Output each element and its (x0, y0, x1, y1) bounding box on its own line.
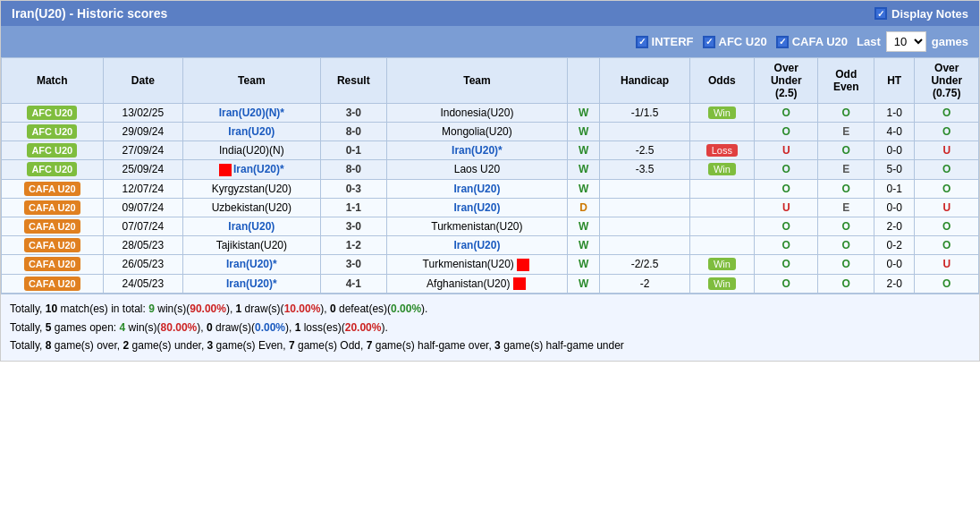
cell-ht: 2-0 (874, 274, 914, 294)
cell-team2: Turkmenistan(U20) (387, 217, 568, 235)
table-row: CAFA U20 26/05/23 Iran(U20)* 3-0 Turkmen… (2, 254, 979, 274)
cell-match-type: CAFA U20 (2, 217, 104, 235)
wdl-value: W (579, 183, 588, 195)
cell-overunder075: O (915, 274, 979, 294)
cell-wdl: W (567, 104, 599, 123)
cell-ht: 0-0 (874, 198, 914, 217)
cell-team2: Afghanistan(U20) (387, 274, 568, 294)
cell-result: 1-1 (320, 198, 386, 217)
cell-match-type: AFC U20 (2, 160, 104, 180)
cell-oddeven: O (818, 254, 874, 274)
interf-checkbox[interactable]: ✓ (636, 36, 648, 48)
cell-team1: Iran(U20)* (183, 274, 320, 294)
afc-checkbox[interactable]: ✓ (703, 36, 715, 48)
cell-odds: Win (689, 254, 754, 274)
cell-odds: Win (689, 274, 754, 294)
oddeven-value: O (842, 106, 850, 119)
cell-ht: 2-0 (874, 217, 914, 235)
cell-overunder: O (755, 274, 818, 294)
cell-overunder: O (755, 179, 818, 198)
table-row: AFC U20 13/02/25 Iran(U20)(N)* 3-0 Indon… (2, 104, 979, 123)
team1-name: India(U20)(N) (219, 144, 284, 157)
cell-oddeven: O (818, 217, 874, 235)
cell-match-type: AFC U20 (2, 104, 104, 123)
wdl-value: W (579, 258, 588, 270)
oddeven-value: O (842, 183, 850, 195)
table-row: CAFA U20 12/07/24 Kyrgyzstan(U20) 0-3 Ir… (2, 179, 979, 198)
overunder-value: O (782, 183, 790, 195)
wdl-value: W (579, 277, 588, 290)
team1-link[interactable]: Iran(U20)* (226, 258, 277, 270)
team2-link[interactable]: Iran(U20)* (452, 144, 503, 157)
cell-oddeven: O (818, 179, 874, 198)
cell-match-type: CAFA U20 (2, 198, 104, 217)
overunder075-value: O (942, 125, 950, 138)
team2-name: Turkmenistan(U20) (423, 258, 514, 270)
cell-oddeven: O (818, 235, 874, 254)
summary-line3: Totally, 8 game(s) over, 2 game(s) under… (10, 336, 970, 354)
games-select[interactable]: 10 5 20 (886, 31, 926, 52)
header-overunder25: OverUnder(2.5) (755, 58, 818, 104)
cell-match-type: AFC U20 (2, 141, 104, 160)
wdl-value: W (579, 239, 588, 251)
cell-match-type: AFC U20 (2, 123, 104, 141)
cell-date: 28/05/23 (103, 235, 183, 254)
table-row: AFC U20 29/09/24 Iran(U20) 8-0 Mongolia(… (2, 123, 979, 141)
overunder-value: O (782, 125, 790, 138)
header-overunder075: OverUnder(0.75) (915, 58, 979, 104)
overunder075-value: O (942, 163, 950, 175)
cell-team1: Iran(U20) (183, 123, 320, 141)
match-badge: CAFA U20 (24, 277, 80, 291)
cell-oddeven: E (818, 160, 874, 180)
team2-link[interactable]: Iran(U20) (453, 239, 500, 251)
wdl-value: D (579, 201, 587, 214)
cell-oddeven: E (818, 198, 874, 217)
cell-result: 4-1 (320, 274, 386, 294)
match-badge: CAFA U20 (24, 200, 80, 215)
team2-name: Indonesia(U20) (440, 106, 513, 119)
overunder075-value: O (942, 183, 950, 195)
cafa-checkbox[interactable]: ✓ (776, 36, 789, 48)
odds-win-badge: Win (708, 163, 736, 175)
result-score: 1-1 (346, 201, 361, 214)
cell-team2: Iran(U20) (387, 198, 568, 217)
cell-odds (689, 235, 754, 254)
cell-team2: Iran(U20)* (387, 141, 568, 160)
interf-label: INTERF (652, 35, 694, 48)
team1-link[interactable]: Iran(U20) (228, 125, 275, 138)
cell-team1: Kyrgyzstan(U20) (183, 179, 320, 198)
cell-result: 0-3 (320, 179, 386, 198)
cell-odds: Win (689, 160, 754, 180)
cafa-label: CAFA U20 (792, 35, 848, 48)
table-row: CAFA U20 24/05/23 Iran(U20)* 4-1 Afghani… (2, 274, 979, 294)
result-score: 3-0 (346, 220, 361, 233)
team2-link[interactable]: Iran(U20) (453, 183, 500, 195)
team1-link[interactable]: Iran(U20)* (233, 163, 284, 175)
cell-wdl: W (567, 179, 599, 198)
team2-link[interactable]: Iran(U20) (453, 201, 500, 214)
title-bar: Iran(U20) - Historic scores ✓ Display No… (1, 1, 979, 26)
team1-link[interactable]: Iran(U20)* (226, 277, 277, 290)
cell-handicap (600, 217, 689, 235)
cell-handicap: -3.5 (600, 160, 689, 180)
cell-date: 07/07/24 (103, 217, 183, 235)
cell-overunder: O (755, 217, 818, 235)
cell-date: 29/09/24 (103, 123, 183, 141)
cell-team1: Iran(U20)* (183, 254, 320, 274)
team2-name: Mongolia(U20) (442, 125, 512, 138)
team1-link[interactable]: Iran(U20)(N)* (219, 106, 284, 119)
overunder075-value: O (942, 106, 950, 119)
display-notes-checkbox[interactable]: ✓ (874, 7, 887, 20)
oddeven-value: O (842, 144, 850, 157)
table-row: CAFA U20 09/07/24 Uzbekistan(U20) 1-1 Ir… (2, 198, 979, 217)
overunder-value: U (782, 144, 790, 157)
cell-odds (689, 198, 754, 217)
cell-oddeven: E (818, 123, 874, 141)
overunder-value: O (782, 106, 790, 119)
overunder075-value: U (942, 258, 950, 270)
team2-name: Turkmenistan(U20) (431, 220, 522, 233)
result-score: 1-2 (346, 239, 361, 251)
cell-overunder075: U (915, 254, 979, 274)
team1-link[interactable]: Iran(U20) (228, 220, 275, 233)
team2-name: Laos U20 (454, 163, 500, 175)
